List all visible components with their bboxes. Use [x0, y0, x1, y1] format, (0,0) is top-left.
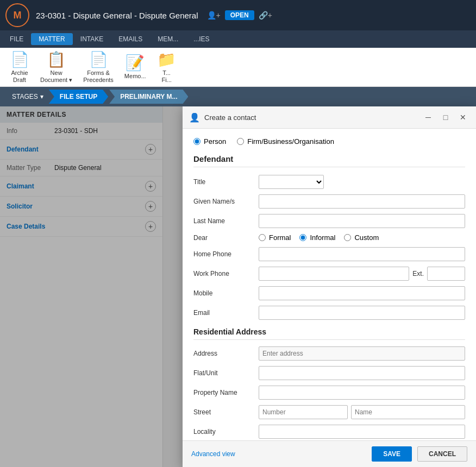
new-document-label: NewDocument ▾ [40, 70, 72, 84]
address-input[interactable] [259, 346, 465, 361]
formal-label: Formal [269, 234, 291, 242]
title-row: Title Mr Mrs Ms Dr [193, 175, 465, 189]
custom-radio[interactable] [344, 234, 351, 241]
stages-label: STAGES [12, 93, 38, 100]
firm-label: Firm/Business/Organisation [247, 137, 334, 146]
ext-label: Ext. [412, 270, 424, 277]
nav-mem[interactable]: MEM... [150, 33, 186, 45]
nav-emails[interactable]: EMAILS [111, 33, 150, 45]
save-button[interactable]: SAVE [372, 446, 412, 462]
nav-file[interactable]: FILE [2, 33, 31, 45]
archie-draft-button[interactable]: 📄 ArchieDraft [4, 50, 35, 84]
mobile-label: Mobile [193, 289, 259, 297]
modal-overlay: 👤 Create a contact ─ □ ✕ Person Firm/Bus… [0, 106, 476, 467]
locality-input[interactable] [259, 425, 465, 439]
stages-bar: STAGES ▾ FILE SETUP PRELIMINARY M... [0, 87, 476, 106]
person-radio-option[interactable]: Person [193, 137, 226, 146]
memo-button[interactable]: 📝 Memo... [119, 50, 152, 84]
stages-chevron-icon: ▾ [40, 93, 43, 100]
formal-radio[interactable] [259, 234, 266, 241]
title-label: Title [193, 178, 259, 186]
person-icon: 👤+ [207, 11, 221, 20]
person-label: Person [204, 137, 226, 146]
modal-footer: Advanced view SAVE CANCEL [183, 440, 476, 467]
home-phone-row: Home Phone [193, 247, 465, 261]
new-document-button[interactable]: 📋 NewDocument ▾ [35, 50, 78, 84]
given-name-label: Given Name/s [193, 198, 259, 205]
app-title: 23-0301 - Dispute General - Dispute Gene… [36, 11, 198, 20]
firm-radio-option[interactable]: Firm/Business/Organisation [237, 137, 334, 146]
title-actions: 👤+ OPEN 🔗+ [207, 10, 272, 20]
modal-titlebar: 👤 Create a contact ─ □ ✕ [183, 106, 476, 129]
open-badge: OPEN [225, 10, 254, 20]
modal-maximize-button[interactable]: □ [439, 111, 452, 124]
modal-minimize-button[interactable]: ─ [422, 111, 435, 124]
flat-input[interactable] [259, 366, 465, 380]
address-row: Address [193, 346, 465, 361]
mobile-input[interactable] [259, 286, 465, 300]
email-label: Email [193, 309, 259, 317]
ext-input[interactable] [427, 267, 465, 281]
email-row: Email [193, 306, 465, 320]
nav-intake[interactable]: INTAKE [73, 33, 111, 45]
last-name-row: Last Name [193, 214, 465, 228]
create-contact-modal: 👤 Create a contact ─ □ ✕ Person Firm/Bus… [183, 106, 476, 467]
advanced-view-link[interactable]: Advanced view [191, 450, 235, 458]
file-button[interactable]: 📁 T...Fi... [152, 50, 182, 84]
work-phone-input[interactable] [259, 267, 409, 281]
ribbon-toolbar: 📄 ArchieDraft 📋 NewDocument ▾ 📄 Forms &P… [0, 48, 476, 87]
nav-matter[interactable]: MATTER [31, 33, 72, 45]
link-icon: 🔗+ [259, 11, 272, 20]
informal-radio[interactable] [299, 234, 306, 241]
modal-body: Person Firm/Business/Organisation Defend… [183, 129, 476, 440]
last-name-input[interactable] [259, 214, 465, 228]
archie-draft-label: ArchieDraft [11, 70, 28, 84]
title-select[interactable]: Mr Mrs Ms Dr [259, 175, 324, 189]
street-label: Street [193, 408, 259, 416]
dear-row: Dear Formal Informal Custom [193, 234, 465, 242]
flat-row: Flat/Unit [193, 366, 465, 380]
modal-title: Create a contact [204, 113, 417, 122]
last-name-label: Last Name [193, 217, 259, 225]
forms-precedents-button[interactable]: 📄 Forms &Precedents [78, 50, 119, 84]
file-label: T...Fi... [161, 70, 171, 84]
stage-file-setup[interactable]: FILE SETUP [49, 90, 108, 104]
file-icon: 📁 [157, 51, 176, 68]
memo-label: Memo... [124, 73, 146, 80]
contact-type-row: Person Firm/Business/Organisation [193, 137, 465, 146]
address-label: Address [193, 350, 259, 357]
mobile-row: Mobile [193, 286, 465, 300]
work-phone-label: Work Phone [193, 270, 259, 277]
firm-radio[interactable] [237, 138, 244, 145]
street-number-input[interactable] [259, 405, 348, 419]
property-input[interactable] [259, 386, 465, 400]
person-radio[interactable] [193, 138, 201, 145]
locality-row: Locality [193, 425, 465, 439]
informal-option[interactable]: Informal [299, 234, 335, 242]
custom-option[interactable]: Custom [344, 234, 379, 242]
work-phone-row: Work Phone Ext. [193, 267, 465, 281]
locality-label: Locality [193, 428, 259, 436]
email-input[interactable] [259, 306, 465, 320]
formal-option[interactable]: Formal [259, 234, 291, 242]
stages-dropdown[interactable]: STAGES ▾ [7, 91, 49, 103]
street-inputs [259, 405, 465, 419]
street-name-input[interactable] [351, 405, 465, 419]
stage-preliminary[interactable]: PRELIMINARY M... [109, 90, 188, 104]
informal-label: Informal [310, 234, 335, 242]
address-section-title: Residential Address [193, 327, 465, 340]
home-phone-input[interactable] [259, 247, 465, 261]
title-bar: M 23-0301 - Dispute General - Dispute Ge… [0, 0, 476, 30]
custom-label: Custom [354, 234, 379, 242]
ribbon-nav: FILE MATTER INTAKE EMAILS MEM... ...IES [0, 30, 476, 48]
given-name-input[interactable] [259, 194, 465, 209]
memo-icon: 📝 [126, 54, 145, 72]
modal-close-button[interactable]: ✕ [456, 111, 469, 124]
defendant-section-title: Defendant [193, 154, 465, 167]
street-row: Street [193, 405, 465, 419]
main-area: MATTER DETAILS Info 23-0301 - SDH Defend… [0, 106, 476, 467]
new-document-icon: 📋 [47, 51, 66, 68]
nav-ies[interactable]: ...IES [186, 33, 217, 45]
cancel-button[interactable]: CANCEL [417, 446, 467, 462]
flat-label: Flat/Unit [193, 369, 259, 377]
